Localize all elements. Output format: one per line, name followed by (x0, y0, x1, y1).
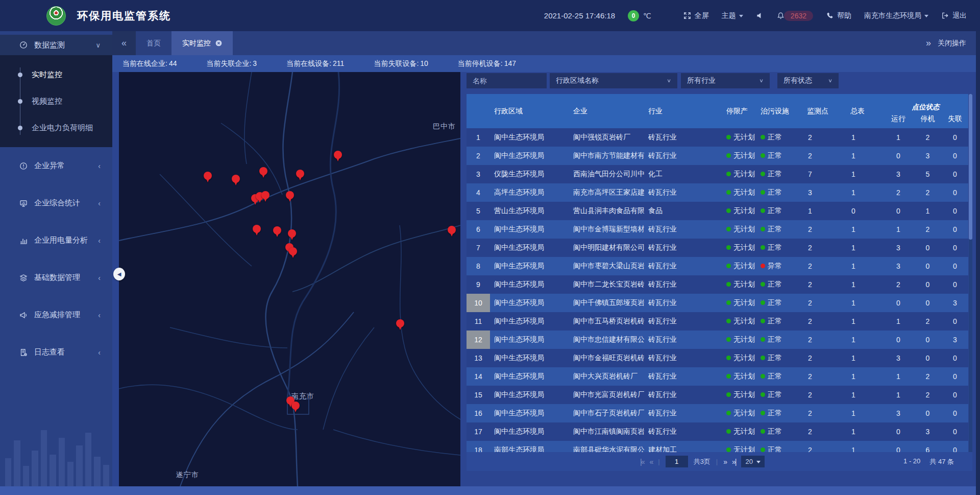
sidebar-section-0[interactable]: 数据监测∨ (0, 35, 112, 55)
last-page-button[interactable]: »| (732, 458, 736, 466)
row-production-status: 无计划 (722, 298, 756, 308)
table-row-11[interactable]: 11阆中生态环境局阆中市五马桥页岩机砖砖瓦行业无计划正常21120 (467, 312, 968, 331)
sidebar-collapse-handle[interactable]: ◀ (113, 268, 125, 280)
row-meter-count: 1 (842, 354, 883, 362)
row-stopped-count: 0 (914, 354, 942, 362)
sidebar-section-3[interactable]: 企业用电量分析‹ (0, 222, 112, 259)
city-skyline-decoration (5, 425, 109, 486)
name-search-input[interactable] (473, 77, 541, 85)
page-number-input[interactable] (666, 456, 688, 467)
row-lost-count: 0 (942, 262, 968, 270)
tabs-scroll-right-button[interactable]: » (926, 38, 931, 49)
theme-dropdown[interactable]: 主题 (722, 11, 743, 20)
sidebar-subitem-0[interactable]: 实时监控 (0, 61, 112, 88)
status-dot-red (761, 264, 765, 268)
table-row-10[interactable]: 10阆中生态环境局阆中千佛镇五郎垭页岩砖瓦行业无计划正常21003 (467, 294, 968, 312)
map-pin-8[interactable] (286, 191, 295, 203)
map-pin-11[interactable] (288, 229, 297, 241)
table-row-2[interactable]: 2阆中生态环境局阆中市南方节能建材有砖瓦行业无计划正常21030 (467, 147, 968, 165)
map-pin-9[interactable] (253, 225, 261, 237)
map-pin-0[interactable] (334, 151, 342, 162)
sidebar-section-label: 数据监测 (34, 40, 65, 50)
table-row-6[interactable]: 6阆中生态环境局阆中市金博瑞新型墙材砖瓦行业无计划正常21120 (467, 220, 968, 239)
tab-realtime-label: 实时监控 (182, 39, 211, 48)
status-dot-green (726, 429, 731, 434)
table-row-12[interactable]: 12阆中生态环境局阆中市忠信建材有限公砖瓦行业无计划正常21003 (467, 331, 968, 349)
sidebar-subitem-2[interactable]: 企业电力负荷明细 (0, 114, 112, 141)
page-size-select[interactable]: 20 (741, 456, 764, 467)
map-pin-14[interactable] (448, 226, 456, 238)
row-industry: 砖瓦行业 (644, 262, 722, 271)
map-panel[interactable]: 巴中市南充市遂宁市 (119, 72, 460, 486)
main-area: « 首页 实时监控 » 关闭操作 当前在线企业:44当前失联企业:3当前在线设备… (112, 31, 980, 495)
row-meter-count: 1 (842, 409, 883, 417)
row-meter-count: 1 (842, 336, 883, 344)
table-scrollbar-thumb[interactable] (969, 94, 972, 240)
help-label: 帮助 (837, 11, 851, 20)
sidebar-section-2[interactable]: 企业综合统计‹ (0, 184, 112, 222)
table-row-16[interactable]: 16阆中生态环境局阆中市石子页岩机砖厂砖瓦行业无计划正常21300 (467, 404, 968, 422)
map-pin-3[interactable] (259, 167, 268, 179)
map-pin-4[interactable] (296, 170, 305, 181)
row-index: 16 (467, 404, 490, 422)
mute-button[interactable] (756, 12, 764, 20)
table-row-15[interactable]: 15阆中生态环境局阆中市光富页岩机砖厂砖瓦行业无计划正常21120 (467, 386, 968, 404)
theme-label: 主题 (722, 11, 736, 20)
table-row-8[interactable]: 8阆中生态环境局阆中市枣碧大梁山页岩砖瓦行业无计划异常21300 (467, 257, 968, 275)
map-pin-2[interactable] (232, 175, 240, 186)
table-row-14[interactable]: 14阆中生态环境局阆中大兴页岩机砖厂砖瓦行业无计划正常21120 (467, 367, 968, 386)
sidebar-section-label: 基础数据管理 (34, 273, 80, 282)
map-pin-15[interactable] (396, 319, 405, 331)
prev-page-button[interactable]: « (649, 458, 652, 466)
help-button[interactable]: 帮助 (826, 11, 851, 20)
sidebar-subitem-1[interactable]: 视频监控 (0, 88, 112, 114)
org-dropdown[interactable]: 南充市生态环境局 (864, 11, 928, 20)
table-row-3[interactable]: 3仪陇生态环境局西南油气田分公司川中化工无计划正常71350 (467, 165, 968, 183)
row-meter-count: 1 (842, 317, 883, 325)
table-row-5[interactable]: 5营山生态环境局营山县润丰肉食品有限食品无计划正常10010 (467, 202, 968, 220)
row-industry: 化工 (644, 170, 722, 179)
next-page-button[interactable]: » (723, 458, 726, 466)
table-row-17[interactable]: 17阆中生态环境局阆中市江南镇阆南页岩砖瓦行业无计划正常21030 (467, 422, 968, 441)
chevron-down-icon: ∨ (95, 41, 101, 49)
production-status-label: 无计划 (733, 170, 755, 178)
row-stopped-count: 2 (914, 391, 942, 399)
sidebar-section-1[interactable]: 企业异常‹ (0, 147, 112, 184)
status-dot-green (726, 282, 731, 287)
sidebar-section-5[interactable]: 应急减排管理‹ (0, 296, 112, 334)
table-row-13[interactable]: 13阆中生态环境局阆中市金福旺页岩机砖砖瓦行业无计划正常21300 (467, 349, 968, 367)
map-pin-10[interactable] (273, 226, 282, 238)
bullet-icon (18, 99, 22, 104)
region-select[interactable]: 行政区域名称 ∨ (550, 73, 677, 88)
org-label: 南充市生态环境局 (864, 11, 921, 20)
close-icon[interactable] (215, 40, 222, 46)
table-row-1[interactable]: 1阆中生态环境局阆中强锐页岩砖厂砖瓦行业无计划正常21120 (467, 128, 968, 147)
table-row-9[interactable]: 9阆中生态环境局阆中市二龙长宝页岩砖砖瓦行业无计划正常21200 (467, 275, 968, 294)
row-index: 12 (467, 331, 490, 349)
sidebar-section-6[interactable]: 日志查看‹ (0, 334, 112, 371)
table-row-7[interactable]: 7阆中生态环境局阆中明阳建材有限公司砖瓦行业无计划正常21300 (467, 239, 968, 257)
row-monitor-count: 2 (799, 354, 842, 362)
table-row-4[interactable]: 4高坪生态环境局南充市高坪区王家店建砖瓦行业无计划正常31220 (467, 183, 968, 202)
facility-status-label: 正常 (768, 372, 782, 380)
page-scrollbar-track[interactable] (976, 31, 980, 495)
map-pin-7[interactable] (261, 191, 270, 203)
sidebar-subitem-label: 企业电力负荷明细 (32, 123, 93, 133)
industry-select[interactable]: 所有行业 ∨ (681, 73, 770, 88)
map-pin-1[interactable] (204, 172, 212, 183)
row-lost-count: 0 (942, 225, 968, 233)
map-pin-13[interactable] (289, 247, 298, 259)
fullscreen-button[interactable]: 全屏 (683, 11, 709, 20)
row-region: 阆中生态环境局 (490, 151, 569, 160)
first-page-button[interactable]: |« (640, 458, 644, 466)
tab-realtime-monitor[interactable]: 实时监控 (172, 31, 233, 55)
status-select[interactable]: 所有状态 ∨ (777, 73, 839, 88)
map-pin-17[interactable] (291, 402, 300, 413)
sidebar-section-4[interactable]: 基础数据管理‹ (0, 259, 112, 296)
tabs-scroll-left-button[interactable]: « (112, 31, 136, 55)
notification-button[interactable]: 2632 (777, 11, 813, 21)
close-operations-dropdown[interactable]: 关闭操作 (938, 39, 966, 48)
logout-button[interactable]: 退出 (941, 11, 967, 20)
tab-home[interactable]: 首页 (136, 31, 172, 55)
row-lost-count: 3 (942, 299, 968, 307)
